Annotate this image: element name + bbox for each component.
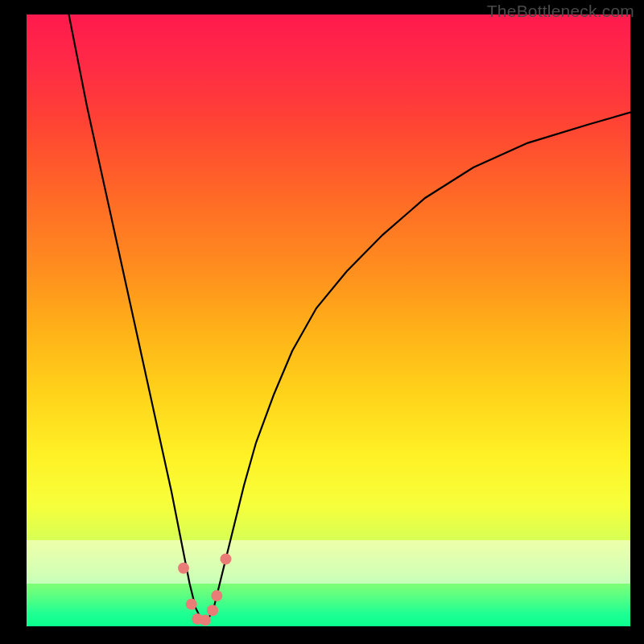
chart-frame: TheBottleneck.com [0,0,644,644]
curve-dots [178,553,232,625]
curve-dot [207,605,218,616]
curve-dot [178,563,189,574]
curve-dot [186,599,197,610]
curve-dot [221,553,232,564]
watermark-text: TheBottleneck.com [487,2,634,21]
curve-layer [27,14,630,626]
curve-dot [200,614,211,625]
bottleneck-curve [69,14,631,620]
curve-dot [211,590,222,601]
